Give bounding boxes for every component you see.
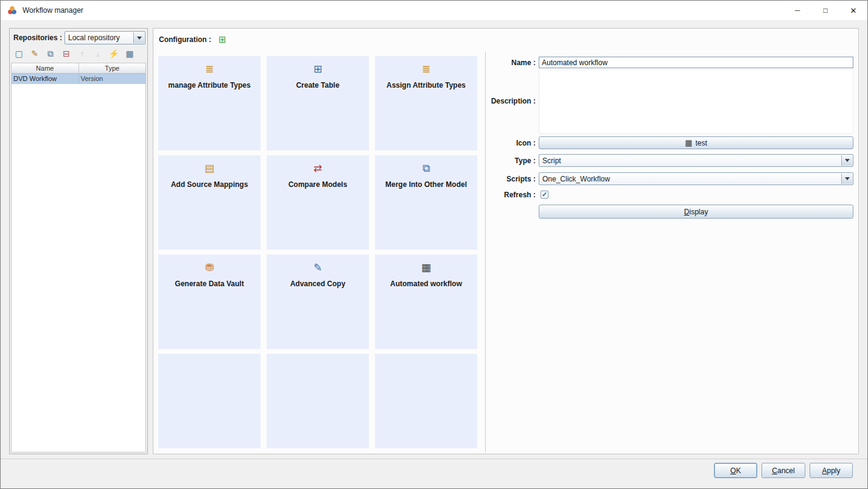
workflow-tile-label: Automated workflow [387,280,466,288]
chevron-down-icon [841,174,852,184]
workflow-tile-label: Compare Models [285,180,351,189]
titlebar: Workflow manager ─ □ ✕ [1,1,867,20]
move-up-button[interactable]: ↑ [75,46,89,61]
chevron-down-icon [841,155,852,166]
repository-select-value: Local repository [68,33,120,42]
copy-icon: ⧉ [47,49,54,59]
edit-workflow-button[interactable]: ✎ [27,46,42,61]
workflow-steps-grid: ≣ manage Attribute Types ⊞ Create Table … [158,56,477,448]
workflow-tile-icon: ✎ [313,261,322,276]
new-workflow-button[interactable]: ▢ [12,46,26,61]
repository-toolbar: ▢ ✎ ⧉ ⊟ ↑ ↓ ⚡ ▦ [12,46,137,61]
configuration-label: Configuration : [159,35,211,44]
workflow-tile-icon: ≣ [422,63,430,77]
refresh-button[interactable]: ⚡ [107,46,121,61]
arrow-down-icon: ↓ [96,49,100,58]
maximize-button[interactable]: □ [811,1,839,20]
footer-separator [1,459,867,459]
workflow-manager-window: Workflow manager ─ □ ✕ Repositories : Lo… [0,0,868,489]
icon-button-label: test [695,139,707,147]
edit-pencil-icon: ✎ [31,49,38,58]
window-title: Workflow manager [23,6,83,15]
workflow-tile-label: Advanced Copy [287,280,349,288]
workflow-tile-icon: ≣ [205,63,214,77]
workflow-tile-empty[interactable] [158,354,261,448]
workflow-tile[interactable]: ✎ Advanced Copy [267,255,369,349]
description-textarea[interactable] [539,69,853,134]
cancel-button[interactable]: Cancel [761,463,805,478]
close-button[interactable]: ✕ [839,1,867,20]
panel-divider[interactable] [485,52,486,452]
save-button[interactable]: ▦ [122,46,137,61]
app-icon [7,5,17,15]
type-select[interactable]: Script [539,154,853,167]
workflow-table: Name Type DVD Workflow Version [11,63,146,452]
cell-workflow-type: Version [79,74,146,84]
display-button[interactable]: Display [539,205,853,219]
add-configuration-icon[interactable]: ⊞ [219,35,226,44]
name-input[interactable] [539,57,853,68]
workflow-tile-label: Merge Into Other Model [382,180,471,189]
minimize-button[interactable]: ─ [783,1,811,20]
workflow-tile-icon: ⧉ [422,162,430,177]
delete-icon: ⊟ [63,49,70,58]
workflow-tile-icon: ⊞ [313,63,322,77]
panel-splitter[interactable] [148,28,153,454]
workflow-tile-icon: ▦ [421,261,431,276]
workflow-tile-label: Create Table [292,81,343,90]
name-label: Name : [478,58,536,67]
workflow-tile[interactable]: ≣ manage Attribute Types [158,56,261,150]
refresh-label: Refresh : [478,191,536,199]
scripts-select[interactable]: One_Click_Workflow [539,172,853,185]
workflow-tile-icon: ▤ [205,162,214,177]
scripts-select-value: One_Click_Workflow [542,175,610,183]
description-label: Description : [478,97,536,105]
workflow-tile[interactable]: ≣ Assign Attribute Types [375,56,477,150]
calendar-grid-icon: ▦ [685,138,692,147]
workflow-tile-label: Generate Data Vault [171,280,247,288]
new-document-icon: ▢ [15,49,23,58]
repository-select[interactable]: Local repository [65,31,145,44]
type-label: Type : [478,157,536,165]
workflow-tile[interactable]: ▦ Automated workflow [375,255,477,349]
workflow-tile-label: manage Attribute Types [164,81,254,90]
check-icon: ✓ [542,191,547,198]
workflow-tile-empty[interactable] [267,354,369,448]
workflow-tile[interactable]: ▤ Add Source Mappings [158,155,261,250]
column-header-name[interactable]: Name [12,63,79,74]
repositories-panel: Repositories : Local repository ▢ ✎ ⧉ ⊟ … [9,28,148,454]
workflow-tile[interactable]: ⛃ Generate Data Vault [158,255,261,349]
workflow-tile-icon: ⇄ [313,162,322,177]
chevron-down-icon [133,32,144,43]
arrow-up-icon: ↑ [80,49,85,58]
scripts-label: Scripts : [478,175,536,183]
save-disk-icon: ▦ [125,49,133,58]
repositories-label: Repositories : [13,33,62,42]
icon-label: Icon : [478,139,536,147]
ok-button[interactable]: OK [714,463,757,478]
table-row[interactable]: DVD Workflow Version [12,74,145,84]
configuration-panel: Configuration : ⊞ ≣ manage Attribute Typ… [153,28,859,454]
lightning-icon: ⚡ [108,49,119,58]
workflow-tile[interactable]: ⇄ Compare Models [267,155,369,250]
type-select-value: Script [542,157,561,165]
move-down-button[interactable]: ↓ [91,46,105,61]
copy-workflow-button[interactable]: ⧉ [43,46,58,61]
icon-button[interactable]: ▦ test [539,136,853,149]
workflow-tile-label: Add Source Mappings [167,180,252,189]
cell-workflow-name: DVD Workflow [12,74,79,84]
refresh-checkbox[interactable]: ✓ [541,191,548,199]
workflow-tile-label: Assign Attribute Types [383,81,469,90]
apply-button[interactable]: Apply [810,463,853,478]
column-header-type[interactable]: Type [79,63,146,74]
workflow-tile-empty[interactable] [375,354,477,448]
workflow-tile[interactable]: ⧉ Merge Into Other Model [375,155,477,250]
workflow-tile-icon: ⛃ [205,261,214,276]
workflow-tile[interactable]: ⊞ Create Table [267,56,369,150]
delete-workflow-button[interactable]: ⊟ [59,46,74,61]
